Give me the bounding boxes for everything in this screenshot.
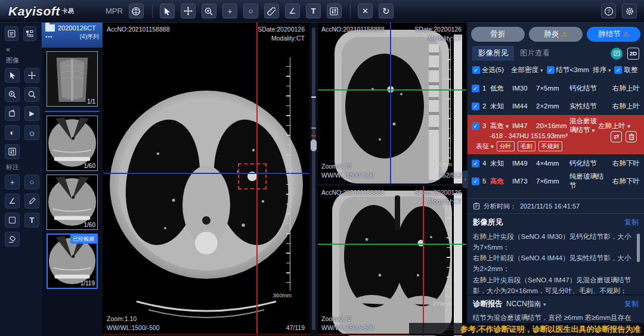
- sagittal-zoom-wwwl: Zoom:0.73 WW/WL:1500/-500: [321, 162, 374, 180]
- brightness-button[interactable]: ☼: [24, 125, 39, 140]
- feature-chip[interactable]: 不规则: [538, 141, 562, 151]
- checkbox-checked-icon[interactable]: ✓: [547, 66, 555, 74]
- nodule-roi-box[interactable]: [238, 163, 267, 189]
- axial-viewport[interactable]: 360mm AccNO:202101158888 SDate:20200126 …: [103, 23, 309, 336]
- ellipse-tool-button[interactable]: ○: [243, 4, 258, 18]
- axial-reference-line[interactable]: [390, 23, 391, 183]
- nodule-row-1[interactable]: ✓ 1 低危 IM30 7×5mm 钙化结节 右肺上叶: [467, 79, 644, 97]
- density-filter-dropdown[interactable]: 全部密度 ▾: [511, 66, 543, 74]
- nodule-row-5[interactable]: ✓ 5 高危 IM73 7×6mm 纯磨玻璃结节 右肺下叶: [467, 172, 644, 190]
- nodule-row-2[interactable]: ✓ 2 未知 IM44 2×2mm 实性结节 右肺上叶: [467, 97, 644, 115]
- zoom-tool-button[interactable]: [202, 4, 216, 18]
- ai-findings-panel: 骨折 肺炎 ⚠ 肺结节 ⚠ 影像所见 图片查看 2D ✓: [467, 23, 644, 336]
- findings-text[interactable]: 右肺上叶尖段（SeNO.4 IM30）见钙化结节影，大小为7×5mm； 右肺上叶…: [467, 230, 643, 294]
- settings-button[interactable]: [622, 4, 637, 18]
- series-thumbnail-ct-1[interactable]: 1/60: [47, 116, 98, 171]
- subtab-image-findings[interactable]: 影像所见: [472, 46, 514, 61]
- eraser-button[interactable]: [5, 232, 20, 247]
- checkbox-checked-icon[interactable]: ✓: [472, 122, 479, 130]
- crosshair-annotation-button[interactable]: ＋: [5, 175, 20, 189]
- coronal-reference-line[interactable]: [103, 173, 309, 174]
- zoom-in-button[interactable]: [5, 87, 20, 102]
- cursor-tool-button[interactable]: [5, 68, 20, 83]
- checkbox-checked-icon[interactable]: ✓: [472, 178, 479, 185]
- pan-tool-button[interactable]: [181, 4, 196, 18]
- guideline-dropdown[interactable]: NCCN指南 ▾: [506, 299, 546, 309]
- series-thumbnail-ct-3-selected[interactable]: 已经检测 1/119: [47, 234, 98, 289]
- feature-chip[interactable]: 毛刺: [518, 141, 535, 151]
- copy-report-button[interactable]: 复制: [624, 299, 639, 309]
- coronal-reference-line[interactable]: [318, 89, 466, 91]
- chevron-down-icon: ▾: [627, 123, 630, 129]
- slice-slider-thumb[interactable]: [311, 139, 317, 151]
- checkbox-checked-icon[interactable]: ✓: [472, 160, 479, 167]
- slice-slider-track[interactable]: [312, 27, 315, 330]
- window-level-button[interactable]: [5, 144, 20, 159]
- magnify-button[interactable]: [24, 87, 39, 102]
- text-annotation-button[interactable]: T: [24, 213, 39, 228]
- subtab-image-view[interactable]: 图片查看: [514, 46, 556, 61]
- mpr-mode-button[interactable]: [129, 4, 144, 18]
- series-tree-button[interactable]: [23, 26, 37, 41]
- ellipse-annotation-button[interactable]: ○: [24, 175, 39, 189]
- axial-reference-line[interactable]: [318, 244, 466, 245]
- 2d-3d-toggle-button[interactable]: 2D: [627, 48, 639, 60]
- sagittal-reference-line[interactable]: [423, 186, 424, 336]
- cine-play-button[interactable]: ▶: [24, 106, 39, 121]
- thumbnail-index: 1/119: [80, 280, 95, 287]
- rotate-icon: ↻: [382, 7, 390, 15]
- angle-icon: ∠: [9, 197, 16, 206]
- sort-dropdown[interactable]: 排序 ▾: [593, 66, 611, 74]
- rectangle-annotation-button[interactable]: [5, 213, 20, 228]
- checkbox-checked-icon[interactable]: ✓: [472, 66, 480, 74]
- feature-chip[interactable]: 分叶: [497, 141, 515, 151]
- nodule-risk-dropdown[interactable]: 高危 ▾: [490, 122, 512, 130]
- delete-annotation-button[interactable]: ✕: [358, 4, 373, 18]
- help-button[interactable]: ?: [601, 4, 616, 18]
- ruler-tool-button[interactable]: [264, 4, 279, 18]
- checkbox-checked-icon[interactable]: ✓: [472, 102, 479, 110]
- nodule-type-dropdown[interactable]: 混合磨玻璃结节 ▾: [569, 117, 598, 135]
- nodule-row-3-selected[interactable]: ✓ 3 高危 ▾ IM47 20×16mm 混合磨玻璃结节 ▾ 左肺上叶 ▾ -…: [467, 115, 644, 154]
- round-checkbox[interactable]: ✓ 取整: [614, 66, 637, 74]
- panel-collapse-handle[interactable]: ›: [462, 170, 468, 188]
- nodule-location-dropdown[interactable]: 左肺上叶 ▾: [598, 122, 640, 130]
- slice-slider[interactable]: [309, 23, 318, 336]
- reset-button[interactable]: ↻: [379, 4, 394, 18]
- tab-lung-nodule[interactable]: 肺结节 ⚠: [587, 27, 640, 42]
- crosshair-tool-button[interactable]: ＋: [222, 4, 237, 18]
- checkbox-checked-icon[interactable]: ✓: [472, 85, 479, 92]
- report-card-button[interactable]: [611, 48, 623, 60]
- series-thumbnail-ct-2[interactable]: 1/60: [47, 175, 98, 230]
- text-tool-button[interactable]: T: [306, 4, 321, 18]
- angle-annotation-button[interactable]: ∠: [5, 194, 20, 209]
- angle-tool-button[interactable]: ∠: [285, 4, 300, 18]
- tab-fracture[interactable]: 骨折: [471, 27, 525, 42]
- feature-dropdown[interactable]: 表征 ▾: [476, 142, 494, 151]
- pencil-annotation-button[interactable]: [24, 194, 39, 209]
- levels-icon: [8, 148, 16, 155]
- nodule-location: 右肺上叶: [605, 102, 640, 111]
- small-nodule-checkbox[interactable]: ✓ 结节<3mm: [547, 66, 589, 74]
- rotate-image-button[interactable]: [5, 106, 20, 121]
- invert-button[interactable]: ◐: [5, 125, 20, 140]
- tab-pneumonia[interactable]: 肺炎 ⚠: [529, 27, 583, 42]
- thumbnail-index: 1/60: [84, 222, 95, 228]
- window-level-button[interactable]: [327, 4, 342, 18]
- report-list-button[interactable]: [5, 26, 18, 41]
- pan-tool-button[interactable]: [24, 68, 39, 83]
- sagittal-viewport[interactable]: 270mm AccNO:202101158888 SDate:20200126 …: [318, 23, 466, 185]
- study-header[interactable]: 20200126CT ••• (4)序列: [42, 23, 103, 48]
- nodule-row-4[interactable]: ✓ 4 未知 IM49 4×4mm 钙化结节 右肺下叶: [467, 154, 644, 172]
- copy-findings-button[interactable]: 复制: [624, 217, 639, 228]
- checkbox-checked-icon[interactable]: ✓: [614, 66, 622, 74]
- select-all-checkbox[interactable]: ✓ 全选(5): [472, 66, 504, 74]
- cursor-tool-button[interactable]: [160, 4, 175, 18]
- series-thumbnail-scout[interactable]: 1/1: [47, 51, 98, 107]
- more-icon[interactable]: •••: [45, 34, 52, 40]
- collapse-rail-button[interactable]: «: [6, 45, 36, 54]
- followup-compare-button[interactable]: ⇄: [611, 131, 622, 142]
- findings-scrollbar[interactable]: [637, 234, 640, 262]
- delete-nodule-button[interactable]: [626, 131, 637, 142]
- coronal-viewport[interactable]: 270mm AccNO:202101158888 SDate:20200126 …: [318, 186, 466, 336]
